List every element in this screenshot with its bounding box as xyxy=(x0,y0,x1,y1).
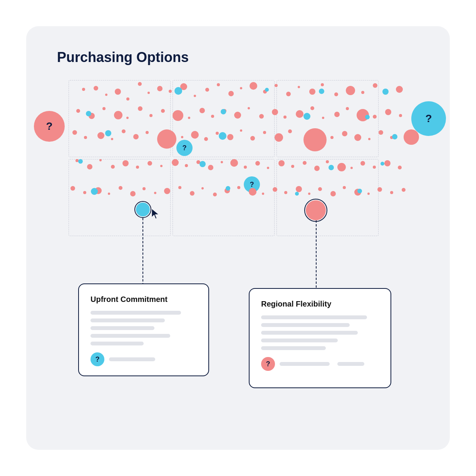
text-line xyxy=(261,346,326,350)
info-card-upfront: Upfront Commitment ? xyxy=(78,283,209,376)
text-line xyxy=(91,334,170,338)
connector-line-left xyxy=(142,218,143,289)
text-line xyxy=(91,318,165,322)
grid-rect-5 xyxy=(173,159,275,236)
cursor-icon xyxy=(150,208,161,222)
page-title: Purchasing Options xyxy=(57,49,189,65)
card-footer-regional: ? xyxy=(261,357,379,371)
selected-dot-ring-right xyxy=(304,199,327,222)
text-line xyxy=(91,311,181,315)
text-line xyxy=(261,339,338,342)
card-title-regional: Regional Flexibility xyxy=(261,300,379,308)
large-qbubble-right[interactable]: ? xyxy=(411,101,446,136)
card-title-upfront: Upfront Commitment xyxy=(91,295,197,304)
selected-dot-ring-left xyxy=(134,201,151,218)
grid-rect-2 xyxy=(173,80,275,157)
text-line xyxy=(91,342,144,345)
connector-line-right xyxy=(316,220,317,288)
grid-rect-4 xyxy=(69,159,171,236)
text-line xyxy=(91,326,154,330)
grid-rect-6 xyxy=(277,159,379,236)
card-qbubble-upfront[interactable]: ? xyxy=(91,352,104,366)
large-qbubble-left[interactable]: ? xyxy=(34,111,65,142)
info-card-regional: Regional Flexibility ? xyxy=(249,288,391,388)
card-footer-upfront: ? xyxy=(91,352,197,366)
main-card: Purchasing Options ? ? ? ? xyxy=(26,26,450,450)
text-line xyxy=(261,315,367,319)
card-qbubble-regional[interactable]: ? xyxy=(261,357,275,371)
footer-line xyxy=(109,357,155,361)
footer-line-1 xyxy=(280,362,330,366)
text-line xyxy=(261,323,350,327)
text-line xyxy=(261,331,358,335)
footer-line-2 xyxy=(337,362,364,366)
